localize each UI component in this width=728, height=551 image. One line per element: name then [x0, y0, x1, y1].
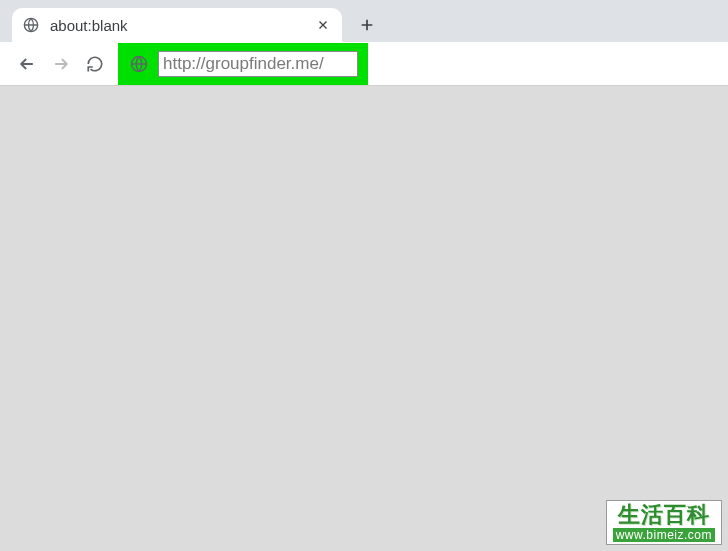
tab-title: about:blank: [50, 17, 314, 34]
new-tab-button[interactable]: [352, 10, 382, 40]
watermark-url: www.bimeiz.com: [613, 528, 715, 542]
toolbar: [0, 42, 728, 86]
watermark: 生活百科 www.bimeiz.com: [606, 500, 722, 545]
forward-button[interactable]: [44, 47, 78, 81]
close-tab-button[interactable]: [314, 16, 332, 34]
page-viewport: [0, 90, 728, 551]
back-button[interactable]: [10, 47, 44, 81]
globe-icon: [22, 16, 40, 34]
watermark-text: 生活百科: [613, 503, 715, 526]
address-bar-highlight: [118, 43, 368, 85]
address-bar-input[interactable]: [158, 51, 358, 77]
site-info-icon[interactable]: [128, 53, 150, 75]
browser-tab[interactable]: about:blank: [12, 8, 342, 42]
reload-button[interactable]: [78, 47, 112, 81]
tab-strip: about:blank: [0, 0, 728, 42]
